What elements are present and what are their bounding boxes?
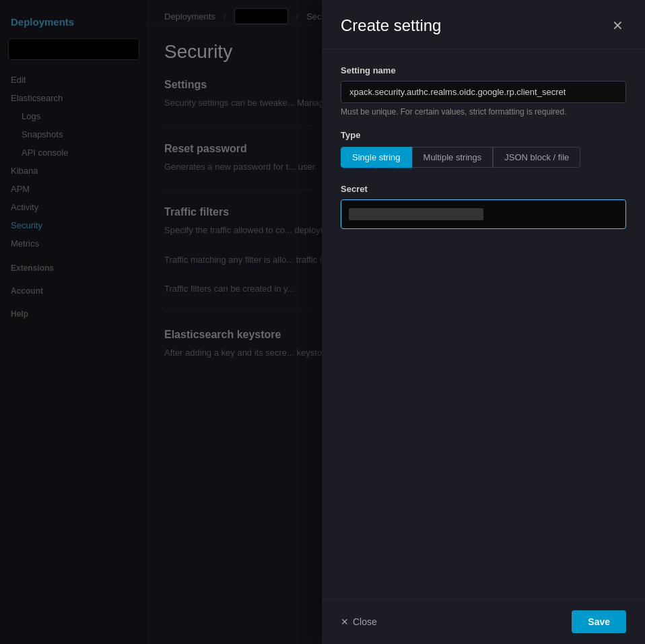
close-button[interactable]: ✕ Close	[341, 616, 377, 627]
modal-title: Create setting	[341, 16, 441, 35]
setting-name-hint: Must be unique. For certain values, stri…	[341, 107, 626, 117]
secret-value-mask	[349, 208, 483, 220]
setting-name-input[interactable]	[341, 81, 626, 103]
save-button[interactable]: Save	[572, 610, 626, 633]
type-buttons: Single string Multiple strings JSON bloc…	[341, 147, 626, 168]
modal-footer: ✕ Close Save	[322, 599, 645, 644]
modal-close-x-button[interactable]: ✕	[609, 16, 626, 35]
close-button-label: Close	[353, 616, 377, 627]
setting-name-label: Setting name	[341, 65, 626, 75]
type-multiple-strings-button[interactable]: Multiple strings	[412, 147, 494, 168]
create-setting-modal: Create setting ✕ Setting name Must be un…	[322, 0, 645, 644]
modal-header: Create setting ✕	[322, 0, 645, 49]
modal-body: Setting name Must be unique. For certain…	[322, 49, 645, 599]
secret-label: Secret	[341, 184, 626, 194]
type-single-string-button[interactable]: Single string	[341, 147, 412, 168]
type-json-block-button[interactable]: JSON block / file	[493, 147, 580, 168]
close-x-icon: ✕	[341, 616, 349, 627]
type-label: Type	[341, 130, 626, 140]
secret-input-wrapper	[341, 199, 626, 229]
